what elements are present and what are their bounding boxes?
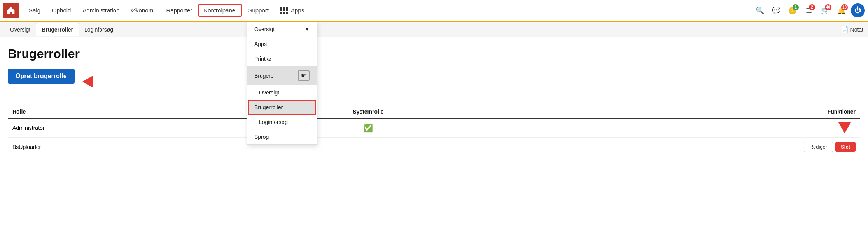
rolle-cell: BsUploader [8,138,158,156]
actions-container: Rediger Slet [584,142,856,152]
dropdown-printko[interactable]: Printkø [247,51,317,66]
cursor-icon: ☛ [301,72,306,79]
dropdown-loginforsog-label: Loginforsøg [259,119,288,125]
dropdown-printko-label: Printkø [254,56,271,62]
nav-kontrolpanel[interactable]: Kontrolpanel [198,4,242,17]
dropdown-oversigt[interactable]: Oversigt ▼ [247,22,317,37]
bell-badge: 13 [841,4,848,10]
top-navigation: Salg Ophold Administration Økonomi Rappo… [0,0,868,22]
coins-button[interactable]: 🪙 1 [786,4,800,18]
table-body: Administrator ✅ BsUploader [8,118,860,156]
rolle-cell: Administrator [8,118,158,138]
kontrolpanel-dropdown: Oversigt ▼ Apps Printkø Brugere ☛ Oversi… [247,22,317,145]
col-rolle: Rolle [8,105,158,118]
search-icon: 🔍 [756,6,764,15]
main-content: Brugerroller Opret brugerrolle Rolle Sys… [0,37,868,164]
nav-apps[interactable]: Apps [275,4,310,17]
brugerroller-table: Rolle Systemrolle Funktioner Administrat… [8,105,860,156]
actions-cell: Rediger Slet [579,138,860,156]
dropdown-apps[interactable]: Apps [247,37,317,51]
list-badge: 2 [809,4,815,10]
nav-items: Salg Ophold Administration Økonomi Rappo… [23,4,753,17]
topnav-right: 🔍 💬 🪙 1 ☰ 2 🛒 40 🔔 13 ⏻ [753,4,865,18]
dropdown-sprog[interactable]: Sprog [247,130,317,144]
arrow-down-decoration [838,122,851,133]
bell-button[interactable]: 🔔 13 [835,4,849,18]
dropdown-oversigt-sub-label: Oversigt [259,89,279,96]
notat-icon: 📄 [841,26,849,33]
apps-label: Apps [291,7,304,14]
nav-okonomi[interactable]: Økonomi [126,4,160,17]
arrow-left-decoration [82,75,93,88]
nav-administration[interactable]: Administration [77,4,125,17]
col-systemrolle: Systemrolle [158,105,579,118]
nav-rapporter[interactable]: Rapporter [161,4,198,17]
power-icon: ⏻ [854,6,861,14]
dropdown-brugere-label: Brugere [254,73,274,79]
logo-icon [5,5,16,16]
actions-cell [579,118,860,138]
dropdown-oversigt-sub[interactable]: Oversigt [247,85,317,100]
nav-support[interactable]: Support [243,4,274,17]
notat-button[interactable]: 📄 Notat [841,26,863,33]
nav-ophold[interactable]: Ophold [47,4,76,17]
list-button[interactable]: ☰ 2 [802,4,816,18]
nav-salg[interactable]: Salg [23,4,46,17]
page-title: Brugerroller [8,47,860,61]
dropdown-brugerroller[interactable]: Brugerroller [248,100,316,115]
subtab-bar: Oversigt Brugerroller Loginforsøg 📄 Nota… [0,22,868,37]
subtab-brugerroller[interactable]: Brugerroller [36,23,79,36]
cart-badge: 40 [825,4,831,10]
subtab-loginforsog[interactable]: Loginforsøg [79,23,119,36]
user-avatar[interactable]: ⏻ [851,4,865,18]
systemrolle-check-icon: ✅ [363,124,373,132]
systemrolle-cell [158,138,579,156]
subtab-oversigt[interactable]: Oversigt [5,23,36,36]
dropdown-brugere[interactable]: Brugere ☛ [247,66,317,85]
systemrolle-cell: ✅ [158,118,579,138]
coins-badge: 1 [793,4,799,10]
chevron-down-icon: ▼ [305,26,310,32]
slet-button[interactable]: Slet [835,142,856,152]
search-button[interactable]: 🔍 [753,4,767,18]
apps-grid-icon [280,7,288,14]
cart-button[interactable]: 🛒 40 [818,4,832,18]
notat-label: Notat [850,26,863,33]
dropdown-oversigt-label: Oversigt [254,26,275,32]
table-row: Administrator ✅ [8,118,860,138]
create-brugerrolle-button[interactable]: Opret brugerrolle [8,69,75,84]
dropdown-brugerroller-label: Brugerroller [254,104,283,110]
table-row: BsUploader Rediger Slet [8,138,860,156]
brugere-submenu-button[interactable]: ☛ [298,70,310,81]
dropdown-loginforsog[interactable]: Loginforsøg [247,115,317,130]
table-header: Rolle Systemrolle Funktioner [8,105,860,118]
chat-button[interactable]: 💬 [769,4,783,18]
chat-icon: 💬 [772,6,780,15]
col-funktioner: Funktioner [579,105,860,118]
actions-container [584,122,856,133]
dropdown-sprog-label: Sprog [254,134,269,140]
dropdown-apps-label: Apps [254,41,267,47]
logo[interactable] [3,3,19,18]
rediger-button[interactable]: Rediger [804,142,833,152]
